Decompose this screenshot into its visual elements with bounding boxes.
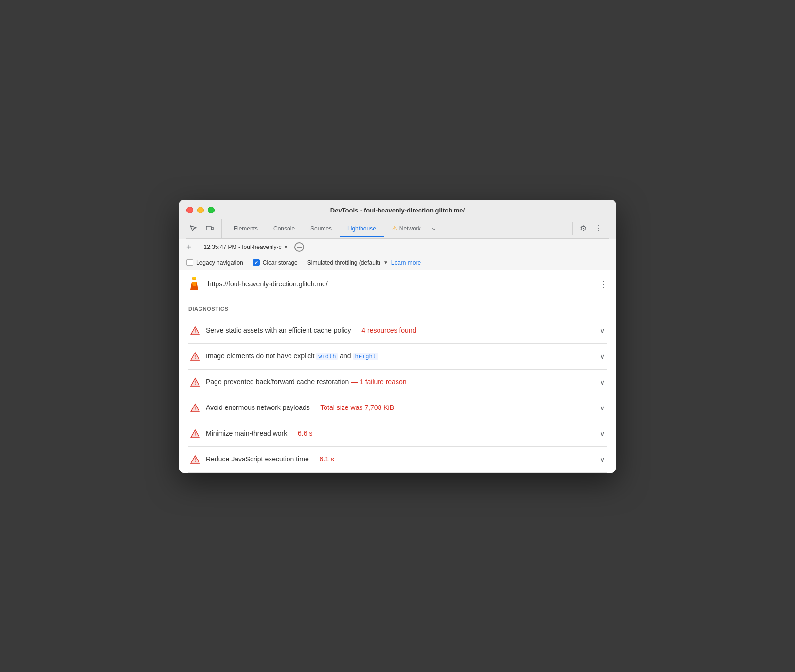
expand-icon: ∨ [600,378,605,386]
audit-url: https://foul-heavenly-direction.glitch.m… [208,280,594,288]
warning-icon: ! [190,326,200,336]
legacy-nav-checkbox[interactable] [186,259,193,266]
url-bar: https://foul-heavenly-direction.glitch.m… [179,270,616,298]
throttling-setting: Simulated throttling (default) ▼ Learn m… [307,259,421,266]
svg-text:!: ! [194,406,196,411]
subtoolbar: + 12:35:47 PM - foul-heavenly-c ▼ [179,239,616,255]
warning-icon: ! [190,429,200,439]
more-tabs-button[interactable]: » [429,221,438,236]
svg-rect-0 [206,226,211,230]
titlebar: DevTools - foul-heavenly-direction.glitc… [179,200,616,239]
expand-icon: ∨ [600,327,605,335]
audit-text-image-dimensions: Image elements do not have explicit widt… [206,352,594,361]
svg-text:!: ! [194,354,196,360]
tab-sources[interactable]: Sources [303,221,340,237]
audit-item-bfcache[interactable]: ! Page prevented back/forward cache rest… [188,370,607,395]
add-session-button[interactable]: + [186,243,192,251]
settings-button[interactable]: ⚙ [577,222,590,235]
diagnostics-section: DIAGNOSTICS ! Serve static assets with a… [179,298,616,473]
audit-text-bfcache: Page prevented back/forward cache restor… [206,377,594,387]
expand-icon: ∨ [600,456,605,463]
main-content: https://foul-heavenly-direction.glitch.m… [179,270,616,473]
code-height: height [353,353,378,360]
svg-rect-1 [211,227,213,230]
tabs-toolbar: Elements Console Sources Lighthouse ⚠ Ne… [186,219,609,239]
expand-icon: ∨ [600,404,605,412]
audit-text-cache: Serve static assets with an efficient ca… [206,326,594,336]
audit-item-cache[interactable]: ! Serve static assets with an efficient … [188,318,607,344]
expand-icon: ∨ [600,353,605,360]
session-dropdown[interactable]: 12:35:47 PM - foul-heavenly-c ▼ [204,244,289,250]
tab-lighthouse[interactable]: Lighthouse [340,221,384,237]
toolbar-right: ⚙ ⋮ [572,222,609,235]
audit-item-image-dimensions[interactable]: ! Image elements do not have explicit wi… [188,344,607,370]
audit-item-main-thread[interactable]: ! Minimize main-thread work — 6.6 s ∨ [188,421,607,447]
session-info: 12:35:47 PM - foul-heavenly-c ▼ [204,244,289,250]
dropdown-arrow-icon: ▼ [284,244,289,249]
learn-more-link[interactable]: Learn more [391,259,421,266]
code-width: width [316,353,338,360]
audit-list: ! Serve static assets with an efficient … [188,318,607,473]
maximize-button[interactable] [208,207,215,213]
svg-text:!: ! [194,380,196,386]
diagnostics-title: DIAGNOSTICS [188,306,607,312]
audit-text-main-thread: Minimize main-thread work — 6.6 s [206,429,594,439]
warning-icon: ! [190,377,200,387]
legacy-nav-label[interactable]: Legacy navigation [186,259,243,266]
tab-elements[interactable]: Elements [226,221,266,237]
audit-item-js-execution[interactable]: ! Reduce JavaScript execution time — 6.1… [188,447,607,473]
svg-rect-5 [193,277,196,279]
throttling-dropdown-arrow[interactable]: ▼ [383,260,388,265]
clear-storage-label[interactable]: Clear storage [253,259,298,266]
warning-icon: ! [190,455,200,464]
close-button[interactable] [186,207,193,213]
warning-icon: ! [190,403,200,413]
warning-icon: ! [190,352,200,361]
window-title: DevTools - foul-heavenly-direction.glitc… [330,207,465,214]
svg-text:!: ! [194,432,196,437]
options-row: Legacy navigation Clear storage Simulate… [179,255,616,270]
audit-text-js-execution: Reduce JavaScript execution time — 6.1 s [206,455,594,464]
minimize-button[interactable] [197,207,204,213]
divider [198,243,198,251]
more-menu-button[interactable]: ⋮ [592,222,606,235]
network-warning-icon: ⚠ [392,225,398,232]
expand-icon: ∨ [600,430,605,438]
tab-console[interactable]: Console [266,221,303,237]
device-icon[interactable] [203,222,217,235]
inspect-icon[interactable] [186,222,200,235]
audit-text-payloads: Avoid enormous network payloads — Total … [206,403,594,413]
devtools-window: DevTools - foul-heavenly-direction.glitc… [179,200,616,473]
audit-item-payloads[interactable]: ! Avoid enormous network payloads — Tota… [188,395,607,421]
clear-storage-checkbox[interactable] [253,259,260,266]
no-entry-icon[interactable] [294,242,304,252]
svg-text:!: ! [194,458,196,463]
toolbar-icons [186,219,222,238]
svg-text:!: ! [194,329,196,334]
lighthouse-logo-icon [186,276,202,292]
tab-network[interactable]: ⚠ Network [384,221,429,237]
url-more-button[interactable]: ⋮ [599,279,609,289]
traffic-lights [186,207,215,213]
